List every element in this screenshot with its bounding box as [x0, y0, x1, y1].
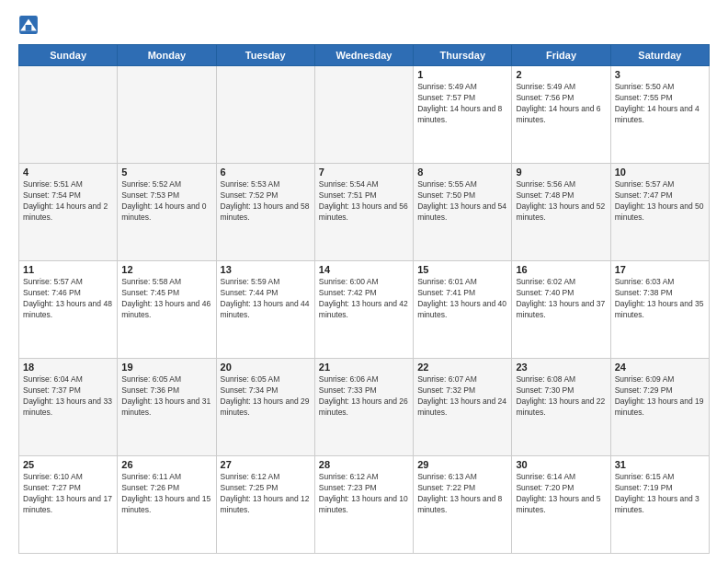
daylight-label: Daylight: 13 hours and 3 minutes.: [615, 494, 700, 514]
sunrise-label: Sunrise: 5:57 AM: [23, 277, 83, 286]
sunrise-label: Sunrise: 6:05 AM: [221, 374, 280, 384]
daylight-label: Daylight: 13 hours and 10 minutes.: [319, 494, 408, 514]
calendar-cell: 27 Sunrise: 6:12 AM Sunset: 7:25 PM Dayl…: [216, 456, 314, 554]
sunset-label: Sunset: 7:37 PM: [23, 385, 81, 395]
day-info: Sunrise: 6:06 AM Sunset: 7:33 PM Dayligh…: [319, 374, 409, 419]
day-info: Sunrise: 6:14 AM Sunset: 7:20 PM Dayligh…: [516, 472, 606, 516]
logo-icon: [18, 15, 39, 35]
calendar-cell: 22 Sunrise: 6:07 AM Sunset: 7:32 PM Dayl…: [414, 359, 512, 456]
sunrise-label: Sunrise: 5:58 AM: [121, 277, 181, 286]
calendar-cell: [314, 66, 413, 164]
calendar-cell: 10 Sunrise: 5:57 AM Sunset: 7:47 PM Dayl…: [610, 164, 709, 261]
day-info: Sunrise: 6:11 AM Sunset: 7:26 PM Dayligh…: [121, 472, 211, 516]
daylight-label: Daylight: 13 hours and 5 minutes.: [516, 494, 600, 514]
sunrise-label: Sunrise: 6:04 AM: [23, 374, 83, 384]
sunset-label: Sunset: 7:30 PM: [516, 385, 574, 395]
sunrise-label: Sunrise: 6:01 AM: [417, 277, 477, 286]
weekday-header-saturday: Saturday: [610, 45, 709, 66]
calendar-week-2: 4 Sunrise: 5:51 AM Sunset: 7:54 PM Dayli…: [19, 164, 710, 261]
calendar-cell: 11 Sunrise: 5:57 AM Sunset: 7:46 PM Dayl…: [19, 261, 118, 359]
day-info: Sunrise: 5:57 AM Sunset: 7:46 PM Dayligh…: [23, 277, 113, 321]
daylight-label: Daylight: 13 hours and 40 minutes.: [417, 299, 506, 319]
sunset-label: Sunset: 7:32 PM: [417, 385, 475, 395]
day-info: Sunrise: 6:01 AM Sunset: 7:41 PM Dayligh…: [417, 277, 507, 321]
calendar-cell: 12 Sunrise: 5:58 AM Sunset: 7:45 PM Dayl…: [118, 261, 216, 359]
weekday-header-tuesday: Tuesday: [216, 45, 314, 66]
sunrise-label: Sunrise: 6:05 AM: [121, 374, 181, 384]
calendar-cell: 16 Sunrise: 6:02 AM Sunset: 7:40 PM Dayl…: [512, 261, 610, 359]
daylight-label: Daylight: 13 hours and 35 minutes.: [615, 299, 704, 319]
calendar-cell: 7 Sunrise: 5:54 AM Sunset: 7:51 PM Dayli…: [314, 164, 413, 261]
sunrise-label: Sunrise: 6:15 AM: [615, 472, 675, 481]
day-number: 20: [221, 362, 311, 373]
day-info: Sunrise: 6:12 AM Sunset: 7:23 PM Dayligh…: [319, 472, 409, 516]
daylight-label: Daylight: 14 hours and 2 minutes.: [23, 201, 108, 222]
weekday-header-sunday: Sunday: [19, 45, 118, 66]
calendar-cell: 30 Sunrise: 6:14 AM Sunset: 7:20 PM Dayl…: [512, 456, 610, 554]
day-number: 31: [615, 459, 705, 470]
day-number: 22: [417, 362, 507, 373]
calendar-cell: 18 Sunrise: 6:04 AM Sunset: 7:37 PM Dayl…: [19, 359, 118, 456]
day-info: Sunrise: 6:05 AM Sunset: 7:34 PM Dayligh…: [221, 374, 311, 419]
day-number: 30: [516, 459, 606, 470]
sunrise-label: Sunrise: 6:03 AM: [615, 277, 675, 286]
sunset-label: Sunset: 7:52 PM: [221, 190, 279, 200]
calendar-cell: 5 Sunrise: 5:52 AM Sunset: 7:53 PM Dayli…: [118, 164, 216, 261]
calendar-cell: 23 Sunrise: 6:08 AM Sunset: 7:30 PM Dayl…: [512, 359, 610, 456]
day-number: 10: [615, 167, 705, 178]
day-number: 18: [23, 362, 113, 373]
daylight-label: Daylight: 13 hours and 46 minutes.: [121, 299, 210, 319]
daylight-label: Daylight: 13 hours and 17 minutes.: [23, 494, 112, 514]
day-number: 9: [516, 167, 606, 178]
sunset-label: Sunset: 7:48 PM: [516, 190, 574, 200]
page: SundayMondayTuesdayWednesdayThursdayFrid…: [0, 0, 728, 563]
day-number: 6: [221, 167, 311, 178]
day-number: 5: [121, 167, 211, 178]
calendar-cell: 29 Sunrise: 6:13 AM Sunset: 7:22 PM Dayl…: [414, 456, 512, 554]
calendar-cell: 26 Sunrise: 6:11 AM Sunset: 7:26 PM Dayl…: [118, 456, 216, 554]
day-number: 12: [121, 264, 211, 275]
sunrise-label: Sunrise: 5:49 AM: [417, 82, 477, 91]
daylight-label: Daylight: 13 hours and 44 minutes.: [221, 299, 310, 319]
calendar-week-5: 25 Sunrise: 6:10 AM Sunset: 7:27 PM Dayl…: [19, 456, 710, 554]
calendar-cell: [19, 66, 118, 164]
day-info: Sunrise: 6:02 AM Sunset: 7:40 PM Dayligh…: [516, 277, 606, 321]
day-number: 29: [417, 459, 507, 470]
day-info: Sunrise: 6:08 AM Sunset: 7:30 PM Dayligh…: [516, 374, 606, 419]
day-number: 21: [319, 362, 409, 373]
day-number: 2: [516, 69, 606, 80]
calendar-cell: 3 Sunrise: 5:50 AM Sunset: 7:55 PM Dayli…: [610, 66, 709, 164]
day-number: 4: [23, 167, 113, 178]
day-number: 16: [516, 264, 606, 275]
calendar-cell: 4 Sunrise: 5:51 AM Sunset: 7:54 PM Dayli…: [19, 164, 118, 261]
day-info: Sunrise: 5:56 AM Sunset: 7:48 PM Dayligh…: [516, 179, 606, 224]
calendar-cell: 9 Sunrise: 5:56 AM Sunset: 7:48 PM Dayli…: [512, 164, 610, 261]
sunrise-label: Sunrise: 6:12 AM: [319, 472, 379, 481]
sunset-label: Sunset: 7:26 PM: [121, 483, 179, 492]
calendar-cell: 28 Sunrise: 6:12 AM Sunset: 7:23 PM Dayl…: [314, 456, 413, 554]
sunset-label: Sunset: 7:19 PM: [615, 483, 673, 492]
sunrise-label: Sunrise: 6:14 AM: [516, 472, 575, 481]
sunset-label: Sunset: 7:53 PM: [121, 190, 179, 200]
day-info: Sunrise: 6:15 AM Sunset: 7:19 PM Dayligh…: [615, 472, 705, 516]
day-number: 3: [615, 69, 705, 80]
sunrise-label: Sunrise: 6:12 AM: [221, 472, 280, 481]
calendar-cell: 8 Sunrise: 5:55 AM Sunset: 7:50 PM Dayli…: [414, 164, 512, 261]
calendar-cell: 15 Sunrise: 6:01 AM Sunset: 7:41 PM Dayl…: [414, 261, 512, 359]
sunrise-label: Sunrise: 6:08 AM: [516, 374, 575, 384]
daylight-label: Daylight: 13 hours and 12 minutes.: [221, 494, 310, 514]
calendar-cell: [216, 66, 314, 164]
daylight-label: Daylight: 13 hours and 29 minutes.: [221, 396, 310, 417]
sunrise-label: Sunrise: 6:00 AM: [319, 277, 379, 286]
sunrise-label: Sunrise: 5:54 AM: [319, 179, 379, 189]
daylight-label: Daylight: 13 hours and 37 minutes.: [516, 299, 605, 319]
calendar-cell: 17 Sunrise: 6:03 AM Sunset: 7:38 PM Dayl…: [610, 261, 709, 359]
sunrise-label: Sunrise: 5:52 AM: [121, 179, 181, 189]
daylight-label: Daylight: 13 hours and 50 minutes.: [615, 201, 704, 222]
calendar-week-3: 11 Sunrise: 5:57 AM Sunset: 7:46 PM Dayl…: [19, 261, 710, 359]
sunrise-label: Sunrise: 5:50 AM: [615, 82, 675, 91]
sunrise-label: Sunrise: 5:59 AM: [221, 277, 280, 286]
calendar-week-1: 1 Sunrise: 5:49 AM Sunset: 7:57 PM Dayli…: [19, 66, 710, 164]
daylight-label: Daylight: 13 hours and 33 minutes.: [23, 396, 112, 417]
day-info: Sunrise: 6:00 AM Sunset: 7:42 PM Dayligh…: [319, 277, 409, 321]
